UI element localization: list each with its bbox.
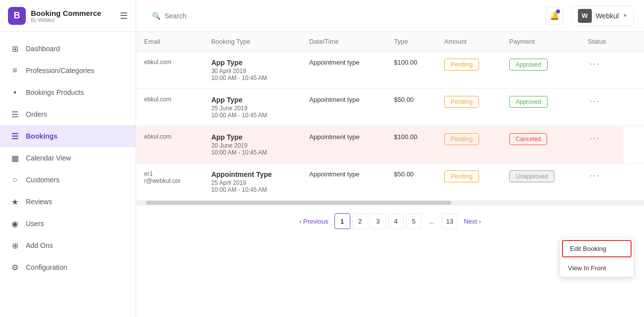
customers-nav-icon: ○	[10, 175, 20, 185]
sidebar-item-label-dashboard: Dashboard	[26, 45, 60, 53]
cell-booking-type: Appointment type	[301, 163, 386, 201]
cell-actions: ···	[580, 163, 624, 201]
cell-booking-status: Unapproved	[501, 163, 580, 201]
page-3-button[interactable]: 3	[370, 213, 386, 229]
cell-amount: $100.00	[386, 126, 436, 163]
sidebar-item-label-orders: Orders	[26, 110, 47, 118]
col-email: Email	[136, 32, 203, 52]
page-dots: ...	[424, 213, 440, 229]
cell-type-title: Appointment Type 25 April 2019 10:00 AM …	[203, 163, 301, 201]
horizontal-scrollbar[interactable]	[136, 201, 644, 205]
sidebar: B Booking Commerce By Webkul ☰ ⊞ Dashboa…	[0, 0, 136, 317]
search-input[interactable]	[164, 12, 468, 20]
context-menu-item-edit-booking[interactable]: Edit Booking	[562, 240, 632, 257]
scroll-thumb	[146, 201, 451, 205]
cell-booking-type: Appointment type	[301, 52, 386, 89]
page-1-button[interactable]: 1	[334, 213, 350, 229]
app-logo: B Booking Commerce By Webkul	[8, 7, 101, 25]
next-button[interactable]: Next ›	[460, 213, 485, 229]
sidebar-item-users[interactable]: ◉ Users	[0, 213, 136, 235]
configuration-nav-icon: ⚙	[10, 262, 20, 272]
bookings-products-nav-icon: ▪	[10, 87, 20, 97]
hamburger-icon[interactable]: ☰	[120, 10, 128, 21]
cell-booking-status: Approved	[501, 52, 580, 89]
page-13-button[interactable]: 13	[442, 213, 458, 229]
sidebar-item-reviews[interactable]: ★ Reviews	[0, 191, 136, 213]
main-content: 🔍 🔔 W Webkul ▼ Email Booking Type	[136, 0, 644, 317]
reviews-nav-icon: ★	[10, 197, 20, 207]
logo-box: B	[8, 7, 26, 25]
users-nav-icon: ◉	[10, 219, 20, 229]
cell-email: ebkul.com	[136, 126, 203, 163]
more-options-button[interactable]: ···	[588, 170, 602, 181]
table-row: ebkul.com App Type 20 June 2019 10:00 AM…	[136, 126, 644, 163]
search-box[interactable]: 🔍	[146, 8, 474, 24]
cell-booking-type: Appointment type	[301, 126, 386, 163]
cell-email: ebkul.com	[136, 52, 203, 89]
col-type: Booking Type	[203, 32, 301, 52]
sidebar-item-dashboard[interactable]: ⊞ Dashboard	[0, 38, 136, 60]
page-5-button[interactable]: 5	[406, 213, 422, 229]
cell-actions: ···	[580, 52, 624, 89]
context-menu-item-view-in-front[interactable]: View In Front	[560, 259, 634, 277]
cell-booking-type: Appointment type	[301, 89, 386, 126]
sidebar-item-bookings-products[interactable]: ▪ Bookings Products	[0, 81, 136, 103]
bookings-table: Email Booking Type Date/Time Type Amount…	[136, 32, 644, 201]
cell-payment-status: Pending	[436, 52, 501, 89]
more-options-button[interactable]: ···	[588, 59, 602, 69]
bookings-nav-icon: ☰	[10, 131, 20, 141]
user-menu-button[interactable]: W Webkul ▼	[571, 5, 634, 26]
col-amount: Amount	[436, 32, 501, 52]
cell-payment-status: Pending	[436, 126, 501, 163]
logo-letter: B	[14, 10, 20, 21]
topbar-right: 🔔 W Webkul ▼	[546, 5, 634, 26]
content-area: Email Booking Type Date/Time Type Amount…	[136, 32, 644, 317]
page-2-button[interactable]: 2	[352, 213, 368, 229]
profession-categories-nav-icon: ≡	[10, 66, 20, 76]
more-options-button[interactable]: ···	[588, 96, 602, 106]
app-title: Booking Commerce	[31, 9, 101, 17]
cell-amount: $50.00	[386, 163, 436, 201]
col-payment: Payment	[501, 32, 580, 52]
sidebar-item-customers[interactable]: ○ Customers	[0, 169, 136, 191]
topbar: 🔍 🔔 W Webkul ▼	[136, 0, 644, 32]
cell-amount: $50.00	[386, 89, 436, 126]
calendar-view-nav-icon: ▦	[10, 153, 20, 163]
sidebar-item-add-ons[interactable]: ⊕ Add Ons	[0, 235, 136, 256]
dashboard-nav-icon: ⊞	[10, 44, 20, 54]
cell-email: ebkul.com	[136, 89, 203, 126]
sidebar-item-label-reviews: Reviews	[26, 198, 52, 206]
sidebar-item-profession-categories[interactable]: ≡ Profession/Categories	[0, 60, 136, 81]
col-date: Date/Time	[301, 32, 386, 52]
more-options-button[interactable]: ···	[588, 133, 602, 144]
table-row: ebkul.com App Type 30 April 2019 10:00 A…	[136, 52, 644, 89]
cell-email: er1r@webkul.cor	[136, 163, 203, 201]
sidebar-item-label-profession-categories: Profession/Categories	[26, 67, 94, 75]
sidebar-item-bookings[interactable]: ☰ Bookings	[0, 125, 136, 147]
cell-actions: ···	[580, 126, 624, 163]
user-name: Webkul	[596, 12, 619, 20]
table-row: er1r@webkul.cor Appointment Type 25 Apri…	[136, 163, 644, 201]
table-wrap: Email Booking Type Date/Time Type Amount…	[136, 32, 644, 201]
cell-amount: $100.00	[386, 52, 436, 89]
prev-button[interactable]: ‹ Previous	[295, 213, 332, 229]
cell-booking-status: Approved	[501, 89, 580, 126]
cell-actions: ···	[580, 89, 624, 126]
table-header-row: Email Booking Type Date/Time Type Amount…	[136, 32, 644, 52]
sidebar-item-calendar-view[interactable]: ▦ Calendar View	[0, 147, 136, 169]
sidebar-item-label-bookings: Bookings	[26, 132, 58, 140]
sidebar-item-label-customers: Customers	[26, 176, 60, 184]
sidebar-nav: ⊞ Dashboard ≡ Profession/Categories ▪ Bo…	[0, 32, 136, 317]
table-row: ebkul.com App Type 25 June 2019 10:00 AM…	[136, 89, 644, 126]
orders-nav-icon: ☰	[10, 109, 20, 119]
sidebar-item-configuration[interactable]: ⚙ Configuration	[0, 256, 136, 278]
col-status: Status	[580, 32, 624, 52]
chevron-down-icon: ▼	[623, 13, 628, 18]
col-actions	[624, 32, 644, 52]
notification-button[interactable]: 🔔	[546, 7, 564, 25]
sidebar-item-label-users: Users	[26, 220, 44, 228]
page-4-button[interactable]: 4	[388, 213, 404, 229]
sidebar-item-orders[interactable]: ☰ Orders	[0, 103, 136, 125]
sidebar-item-label-add-ons: Add Ons	[26, 241, 53, 249]
cell-payment-status: Pending	[436, 163, 501, 201]
